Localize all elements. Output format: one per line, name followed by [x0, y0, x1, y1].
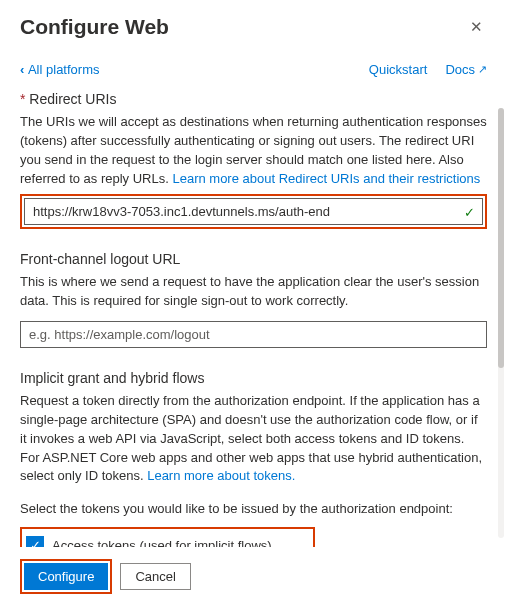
docs-link[interactable]: Docs↗: [445, 62, 487, 77]
content-scroll-area: * Redirect URIs The URIs we will accept …: [0, 83, 507, 573]
redirect-uris-description: The URIs we will accept as destinations …: [20, 113, 487, 188]
scrollbar-track[interactable]: [498, 108, 504, 538]
logout-url-section: Front-channel logout URL This is where w…: [20, 251, 487, 348]
redirect-uris-title-text: Redirect URIs: [29, 91, 116, 107]
redirect-uri-input[interactable]: [24, 198, 483, 225]
logout-url-title: Front-channel logout URL: [20, 251, 487, 267]
panel-title: Configure Web: [20, 15, 169, 39]
configure-button[interactable]: Configure: [24, 563, 108, 590]
configure-button-highlight: Configure: [20, 559, 112, 594]
close-icon[interactable]: ✕: [466, 14, 487, 40]
cancel-button[interactable]: Cancel: [120, 563, 190, 590]
footer-actions: Configure Cancel: [0, 547, 507, 608]
redirect-uri-highlight: ✓: [20, 194, 487, 229]
tokens-learn-more-link[interactable]: Learn more about tokens.: [147, 468, 295, 483]
required-star-icon: *: [20, 91, 25, 107]
select-tokens-prompt: Select the tokens you would like to be i…: [20, 500, 487, 519]
back-all-platforms-link[interactable]: All platforms: [20, 62, 99, 77]
implicit-grant-title: Implicit grant and hybrid flows: [20, 370, 487, 386]
checkmark-icon: ✓: [464, 204, 475, 219]
external-link-icon: ↗: [478, 63, 487, 76]
quickstart-link[interactable]: Quickstart: [369, 62, 428, 77]
logout-url-input[interactable]: [20, 321, 487, 348]
implicit-grant-section: Implicit grant and hybrid flows Request …: [20, 370, 487, 573]
logout-url-description: This is where we send a request to have …: [20, 273, 487, 311]
scrollbar-thumb[interactable]: [498, 108, 504, 368]
redirect-uris-section: * Redirect URIs The URIs we will accept …: [20, 91, 487, 229]
redirect-learn-more-link[interactable]: Learn more about Redirect URIs and their…: [172, 171, 480, 186]
docs-link-label: Docs: [445, 62, 475, 77]
implicit-grant-description: Request a token directly from the author…: [20, 392, 487, 486]
redirect-uris-title: * Redirect URIs: [20, 91, 487, 107]
